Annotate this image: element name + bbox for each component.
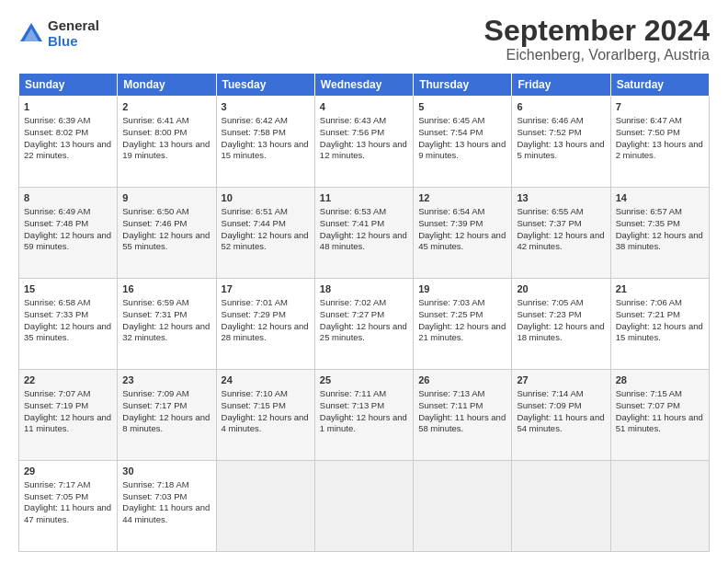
table-row: 9Sunrise: 6:50 AMSunset: 7:46 PMDaylight… <box>118 188 216 279</box>
table-row: 2Sunrise: 6:41 AMSunset: 8:00 PMDaylight… <box>118 97 216 188</box>
day-number: 15 <box>24 282 112 296</box>
table-row: 6Sunrise: 6:46 AMSunset: 7:52 PMDaylight… <box>512 97 610 188</box>
day-number: 24 <box>222 373 310 387</box>
table-row <box>512 461 610 552</box>
day-number: 9 <box>122 191 210 205</box>
day-number: 3 <box>222 100 310 114</box>
table-row: 10Sunrise: 6:51 AMSunset: 7:44 PMDayligh… <box>216 188 314 279</box>
day-number: 22 <box>24 373 112 387</box>
day-number: 26 <box>418 373 506 387</box>
calendar-subtitle: Eichenberg, Vorarlberg, Austria <box>484 47 710 63</box>
table-row: 22Sunrise: 7:07 AMSunset: 7:19 PMDayligh… <box>19 370 118 461</box>
day-number: 10 <box>222 191 310 205</box>
header-thursday: Thursday <box>414 74 512 97</box>
day-number: 2 <box>122 100 210 114</box>
day-number: 4 <box>320 100 408 114</box>
header-tuesday: Tuesday <box>216 74 314 97</box>
table-row: 1Sunrise: 6:39 AMSunset: 8:02 PMDaylight… <box>19 97 118 188</box>
table-row: 4Sunrise: 6:43 AMSunset: 7:56 PMDaylight… <box>314 97 413 188</box>
title-block: September 2024 Eichenberg, Vorarlberg, A… <box>484 15 710 63</box>
table-row: 20Sunrise: 7:05 AMSunset: 7:23 PMDayligh… <box>512 279 610 370</box>
table-row: 11Sunrise: 6:53 AMSunset: 7:41 PMDayligh… <box>314 188 413 279</box>
table-row: 17Sunrise: 7:01 AMSunset: 7:29 PMDayligh… <box>216 279 314 370</box>
header-wednesday: Wednesday <box>314 74 413 97</box>
day-number: 7 <box>616 100 704 114</box>
table-row: 24Sunrise: 7:10 AMSunset: 7:15 PMDayligh… <box>216 370 314 461</box>
table-row <box>314 461 413 552</box>
table-row: 29Sunrise: 7:17 AMSunset: 7:05 PMDayligh… <box>19 461 118 552</box>
table-row: 15Sunrise: 6:58 AMSunset: 7:33 PMDayligh… <box>19 279 118 370</box>
day-number: 27 <box>517 373 605 387</box>
day-number: 23 <box>122 373 210 387</box>
day-number: 16 <box>122 282 210 296</box>
table-row <box>414 461 512 552</box>
table-row: 28Sunrise: 7:15 AMSunset: 7:07 PMDayligh… <box>610 370 709 461</box>
table-row: 18Sunrise: 7:02 AMSunset: 7:27 PMDayligh… <box>314 279 413 370</box>
day-number: 5 <box>418 100 506 114</box>
table-row <box>216 461 314 552</box>
table-row: 13Sunrise: 6:55 AMSunset: 7:37 PMDayligh… <box>512 188 610 279</box>
table-row <box>610 461 709 552</box>
table-row: 12Sunrise: 6:54 AMSunset: 7:39 PMDayligh… <box>414 188 512 279</box>
day-number: 6 <box>517 100 605 114</box>
table-row: 25Sunrise: 7:11 AMSunset: 7:13 PMDayligh… <box>314 370 413 461</box>
table-row: 3Sunrise: 6:42 AMSunset: 7:58 PMDaylight… <box>216 97 314 188</box>
table-row: 27Sunrise: 7:14 AMSunset: 7:09 PMDayligh… <box>512 370 610 461</box>
day-number: 29 <box>24 465 112 478</box>
day-number: 19 <box>418 282 506 296</box>
day-number: 17 <box>222 282 310 296</box>
logo-icon <box>18 21 44 47</box>
calendar-body: 1Sunrise: 6:39 AMSunset: 8:02 PMDaylight… <box>19 97 710 552</box>
table-row: 16Sunrise: 6:59 AMSunset: 7:31 PMDayligh… <box>118 279 216 370</box>
logo-blue-text: Blue <box>48 34 99 50</box>
day-number: 28 <box>616 373 704 387</box>
day-number: 14 <box>616 191 704 205</box>
day-number: 13 <box>517 191 605 205</box>
table-row: 21Sunrise: 7:06 AMSunset: 7:21 PMDayligh… <box>610 279 709 370</box>
day-number: 30 <box>122 465 210 478</box>
day-number: 1 <box>24 100 112 114</box>
calendar-title: September 2024 <box>484 15 710 47</box>
header-sunday: Sunday <box>19 74 118 97</box>
table-row: 8Sunrise: 6:49 AMSunset: 7:48 PMDaylight… <box>19 188 118 279</box>
day-number: 12 <box>418 191 506 205</box>
day-number: 21 <box>616 282 704 296</box>
table-row: 19Sunrise: 7:03 AMSunset: 7:25 PMDayligh… <box>414 279 512 370</box>
day-number: 8 <box>24 191 112 205</box>
day-number: 18 <box>320 282 408 296</box>
header-friday: Friday <box>512 74 610 97</box>
day-number: 11 <box>320 191 408 205</box>
day-number: 20 <box>517 282 605 296</box>
header-saturday: Saturday <box>610 74 709 97</box>
header: General Blue September 2024 Eichenberg, … <box>18 15 710 63</box>
calendar-table: Sunday Monday Tuesday Wednesday Thursday… <box>18 73 710 552</box>
table-row: 5Sunrise: 6:45 AMSunset: 7:54 PMDaylight… <box>414 97 512 188</box>
table-row: 14Sunrise: 6:57 AMSunset: 7:35 PMDayligh… <box>610 188 709 279</box>
table-row: 7Sunrise: 6:47 AMSunset: 7:50 PMDaylight… <box>610 97 709 188</box>
logo: General Blue <box>18 18 99 49</box>
logo-general-text: General <box>48 18 99 34</box>
table-row: 23Sunrise: 7:09 AMSunset: 7:17 PMDayligh… <box>118 370 216 461</box>
header-monday: Monday <box>118 74 216 97</box>
table-row: 26Sunrise: 7:13 AMSunset: 7:11 PMDayligh… <box>414 370 512 461</box>
calendar-header: Sunday Monday Tuesday Wednesday Thursday… <box>19 74 710 97</box>
day-number: 25 <box>320 373 408 387</box>
table-row: 30Sunrise: 7:18 AMSunset: 7:03 PMDayligh… <box>118 461 216 552</box>
